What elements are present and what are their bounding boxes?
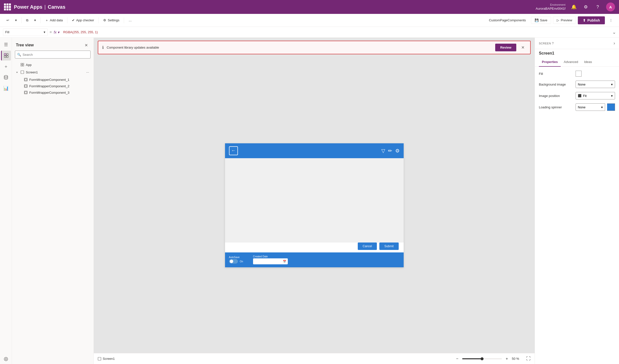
- svg-rect-7: [23, 63, 24, 64]
- tree-panel-header: Tree view ✕: [12, 38, 94, 51]
- fill-color-swatch[interactable]: [576, 71, 582, 77]
- tree-item-form2[interactable]: FormWrapperComponent_2: [12, 83, 94, 89]
- edit-icon[interactable]: ✏: [388, 148, 392, 154]
- undo-dropdown[interactable]: ▾: [13, 17, 19, 24]
- sidebar-item-home[interactable]: ☰: [1, 40, 11, 50]
- sidebar-item-insert[interactable]: ＋: [1, 61, 11, 71]
- screen1-icon: [20, 70, 24, 74]
- undo-button[interactable]: ↩: [4, 17, 12, 24]
- fx-label: fx: [54, 30, 57, 34]
- user-avatar[interactable]: A: [606, 2, 615, 11]
- help-circle-icon: ?: [552, 42, 554, 45]
- environment-info: Environment AuroraBAPEnv0041f: [536, 3, 565, 11]
- loading-spinner-controls: None ▾: [576, 103, 615, 111]
- tree-item-app[interactable]: App: [12, 61, 94, 68]
- preview-button[interactable]: ▷ Preview: [553, 17, 576, 24]
- top-bar: Power Apps | Canvas Environment AuroraBA…: [0, 0, 619, 14]
- fx-button[interactable]: fx ▾: [54, 30, 59, 34]
- spinner-option: None: [578, 105, 586, 109]
- svg-rect-12: [25, 79, 27, 81]
- settings-icon[interactable]: ⚙: [582, 3, 589, 10]
- form3-label: FormWrapperComponent_3: [29, 91, 91, 94]
- app-title: Power Apps | Canvas: [14, 4, 65, 10]
- autosave-toggle[interactable]: [229, 259, 238, 264]
- tree-search-box[interactable]: 🔍: [15, 51, 91, 59]
- sidebar-item-variables[interactable]: [1, 354, 11, 364]
- publish-label: Publish: [587, 18, 600, 22]
- svg-rect-2: [4, 56, 6, 58]
- zoom-slider-thumb[interactable]: [481, 357, 484, 360]
- tree-item-form3[interactable]: FormWrapperComponent_3: [12, 89, 94, 96]
- submit-app-button[interactable]: Submit: [379, 243, 398, 250]
- property-selector[interactable]: Fill ▾: [3, 29, 48, 36]
- plus-icon: ＋: [45, 18, 48, 23]
- zoom-slider[interactable]: [462, 358, 502, 359]
- app-footer-buttons: Cancel Submit: [358, 243, 399, 250]
- settings-label: Settings: [108, 18, 119, 22]
- formula-bar: Fill ▾ = fx ▾ RGBA(255, 255, 255, 1) ⌄: [0, 27, 619, 38]
- canvas-screen-name: Screen1: [103, 357, 115, 361]
- zoom-unit: %: [516, 357, 519, 361]
- zoom-in-button[interactable]: +: [504, 356, 510, 362]
- created-date-input[interactable]: 📅: [253, 258, 288, 264]
- calendar-icon: 📅: [283, 260, 286, 263]
- overflow-button[interactable]: ⋮: [607, 17, 615, 24]
- tab-properties[interactable]: Properties: [539, 58, 561, 67]
- cancel-app-button[interactable]: Cancel: [358, 243, 377, 250]
- loading-spinner-color-swatch[interactable]: [607, 103, 615, 111]
- more-button[interactable]: …: [126, 17, 134, 24]
- copy-dropdown[interactable]: ▾: [32, 17, 38, 24]
- notification-text: Component library updates available: [107, 46, 492, 49]
- screen1-more-button[interactable]: ···: [85, 69, 91, 75]
- copy-button[interactable]: ⧉: [24, 17, 31, 24]
- image-position-dropdown[interactable]: ⬛ Fit ▾: [576, 92, 615, 99]
- sidebar-item-analytics[interactable]: 📊: [1, 83, 11, 93]
- tab-ideas[interactable]: Ideas: [581, 58, 595, 67]
- screen-label: SCREEN ?: [539, 42, 554, 45]
- save-button[interactable]: 💾 Save: [531, 17, 551, 24]
- svg-rect-3: [6, 56, 8, 58]
- background-image-dropdown[interactable]: None ▾: [576, 81, 615, 88]
- tree-item-form1[interactable]: FormWrapperComponent_1: [12, 76, 94, 83]
- settings-button[interactable]: ⚙ Settings: [101, 17, 122, 24]
- property-name: Fill: [5, 30, 9, 34]
- notification-close-button[interactable]: ✕: [519, 44, 526, 51]
- help-icon[interactable]: ?: [594, 3, 601, 10]
- save-icon: 💾: [535, 18, 539, 22]
- right-panel-header: SCREEN ? ›: [535, 38, 619, 49]
- tab-advanced[interactable]: Advanced: [561, 58, 581, 67]
- search-input[interactable]: [23, 53, 88, 57]
- settings-gear-app-icon[interactable]: ⚙: [395, 148, 400, 154]
- publish-button[interactable]: ⬆ Publish: [578, 16, 605, 24]
- filter-icon[interactable]: ▽: [381, 148, 385, 154]
- chevron-down-icon: ▾: [15, 18, 17, 22]
- image-position-label: Image position: [539, 94, 574, 98]
- right-panel-tabs: Properties Advanced Ideas: [535, 58, 619, 67]
- loading-spinner-dropdown[interactable]: None ▾: [576, 103, 605, 111]
- tree-item-screen1[interactable]: ▾ Screen1 ···: [12, 68, 94, 76]
- image-position-row: Image position ⬛ Fit ▾: [539, 92, 615, 99]
- right-panel-content: Fill Background image None ▾ Image posit…: [535, 67, 619, 115]
- zoom-controls: − + 50 % ⛶: [454, 356, 531, 362]
- loading-spinner-label: Loading spinner: [539, 105, 574, 109]
- right-panel-expand-button[interactable]: ›: [614, 41, 615, 46]
- formula-expand-icon[interactable]: ⌄: [612, 30, 616, 35]
- notifications-icon[interactable]: 🔔: [570, 3, 577, 10]
- formula-input[interactable]: RGBA(255, 255, 255, 1): [61, 30, 610, 34]
- sidebar-item-data[interactable]: [1, 72, 11, 82]
- zoom-out-button[interactable]: −: [454, 356, 460, 362]
- svg-rect-8: [21, 65, 22, 66]
- zoom-expand-icon[interactable]: ⛶: [526, 356, 531, 361]
- loading-spinner-value: None ▾: [576, 103, 615, 111]
- add-data-button[interactable]: ＋ Add data: [43, 17, 65, 24]
- review-button[interactable]: Review: [495, 44, 516, 51]
- top-bar-right: Environment AuroraBAPEnv0041f 🔔 ⚙ ? A: [536, 2, 615, 11]
- waffle-menu[interactable]: [4, 3, 11, 10]
- zoom-value: 50: [512, 357, 515, 361]
- toolbar-sep-4: [98, 17, 99, 23]
- spinner-chevron: ▾: [601, 105, 603, 109]
- app-back-button[interactable]: ←: [229, 146, 238, 155]
- tree-panel-close-button[interactable]: ✕: [83, 42, 90, 49]
- app-checker-button[interactable]: ✔ App checker: [69, 17, 97, 24]
- sidebar-item-treeview[interactable]: [1, 51, 11, 61]
